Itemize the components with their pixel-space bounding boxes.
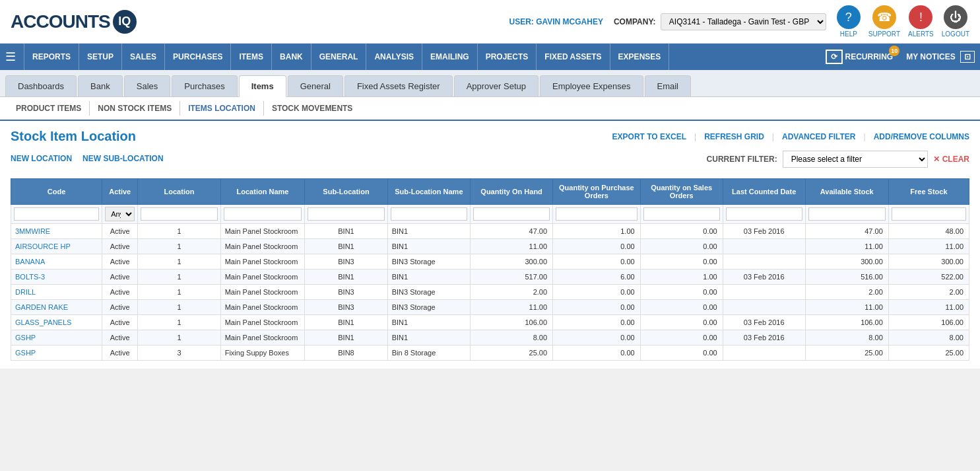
logo: ACCOUNTS IQ — [11, 10, 137, 34]
item-link[interactable]: BANANA — [15, 258, 45, 266]
item-link[interactable]: DRILL — [15, 288, 36, 296]
new-sub-location-button[interactable]: NEW SUB-LOCATION — [82, 154, 163, 163]
nav-setup[interactable]: SETUP — [79, 44, 122, 70]
recurring-button[interactable]: ⟳ RECURRING 10 — [820, 47, 899, 67]
refresh-grid-button[interactable]: REFRESH GRID — [704, 132, 764, 141]
cell-qty-purchase: 0.00 — [553, 239, 641, 254]
filter-location-name-input[interactable] — [224, 207, 302, 221]
content-area: Stock Item Location EXPORT TO EXCEL | RE… — [0, 121, 980, 369]
tab-email[interactable]: Email — [645, 75, 692, 96]
cell-qty-sales: 0.00 — [640, 254, 723, 270]
filter-location-input[interactable] — [141, 207, 217, 221]
item-link[interactable]: GSHP — [15, 349, 36, 357]
filter-free-stock-input[interactable] — [892, 207, 966, 221]
tab-purchases[interactable]: Purchases — [172, 75, 237, 96]
clear-filter-button[interactable]: ✕ CLEAR — [933, 155, 969, 164]
cell-qty-hand: 11.00 — [471, 300, 553, 315]
cell-available: 25.00 — [805, 345, 888, 361]
cell-qty-purchase: 0.00 — [553, 315, 641, 330]
nav-bank[interactable]: BANK — [272, 44, 311, 70]
help-button[interactable]: ? HELP — [837, 5, 861, 38]
nav-purchases[interactable]: PURCHASES — [165, 44, 231, 70]
company-label: COMPANY: — [614, 17, 656, 26]
item-link[interactable]: AIRSOURCE HP — [15, 242, 71, 250]
cell-free: 106.00 — [888, 315, 969, 330]
nav-items[interactable]: ITEMS — [231, 44, 272, 70]
nav-fixed-assets[interactable]: FIXED ASSETS — [537, 44, 610, 70]
alerts-icon: ! — [909, 5, 932, 29]
col-free-stock: Free Stock — [888, 179, 969, 205]
nav-emailing[interactable]: EMAILING — [422, 44, 478, 70]
filter-sub-location-name-input[interactable] — [391, 207, 467, 221]
hamburger-icon[interactable]: ☰ — [5, 50, 16, 64]
support-button[interactable]: ☎ SUPPORT — [868, 5, 900, 38]
advanced-filter-button[interactable]: ADVANCED FILTER — [782, 132, 856, 141]
cell-location-name: Main Panel Stockroom — [220, 285, 305, 300]
my-notices-button[interactable]: MY NOTICES ⊡ — [906, 52, 975, 61]
support-icon: ☎ — [872, 5, 896, 29]
company-select[interactable]: AIQ3141 - Talladega - Gavin Test - GBP — [661, 13, 826, 30]
logout-label: LOGOUT — [942, 30, 969, 38]
cell-location: 1 — [138, 224, 220, 239]
cell-sub-location: BIN1 — [305, 315, 387, 330]
filter-qty-sales-input[interactable] — [643, 207, 720, 221]
tab-items[interactable]: Items — [239, 75, 286, 97]
cell-free: 300.00 — [888, 254, 969, 270]
cell-sub-location-name: BIN1 — [387, 239, 470, 254]
subtab-non-stock-items[interactable]: NON STOCK ITEMS — [90, 101, 180, 116]
clear-icon: ✕ — [933, 155, 940, 164]
tab-dashboards[interactable]: Dashboards — [5, 75, 77, 96]
cell-last-counted — [723, 254, 805, 270]
tab-sales[interactable]: Sales — [124, 75, 171, 96]
item-link[interactable]: GSHP — [15, 334, 36, 342]
item-link[interactable]: BOLTS-3 — [15, 273, 45, 281]
subtab-items-location[interactable]: ITEMS LOCATION — [180, 101, 264, 116]
col-location: Location — [138, 179, 220, 205]
filter-code-input[interactable] — [14, 207, 99, 221]
nav-sales[interactable]: SALES — [122, 44, 165, 70]
item-link[interactable]: GLASS_PANELS — [15, 318, 71, 326]
cell-available: 300.00 — [805, 254, 888, 270]
page-title: Stock Item Location — [11, 129, 136, 144]
tab-fixed-assets-register[interactable]: Fixed Assets Register — [344, 75, 453, 96]
filter-active-select[interactable]: Any Yes No — [105, 207, 135, 221]
subtab-stock-movements[interactable]: STOCK MOVEMENTS — [264, 101, 360, 116]
recurring-badge: 10 — [889, 46, 899, 56]
stock-item-table: Code Active Location Location Name Sub-L… — [11, 178, 969, 361]
tab-employee-expenses[interactable]: Employee Expenses — [540, 75, 643, 96]
export-excel-button[interactable]: EXPORT TO EXCEL — [612, 132, 686, 141]
current-filter-select[interactable]: Please select a filter — [783, 151, 928, 168]
filter-sub-location-input[interactable] — [308, 207, 384, 221]
cell-last-counted — [723, 285, 805, 300]
cell-active: Active — [102, 254, 138, 270]
nav-general[interactable]: GENERAL — [311, 44, 367, 70]
nav-expenses[interactable]: EXPENSES — [610, 44, 670, 70]
cell-last-counted — [723, 345, 805, 361]
cell-location-name: Main Panel Stockroom — [220, 239, 305, 254]
tab-general[interactable]: General — [288, 75, 343, 96]
tab-approver-setup[interactable]: Approver Setup — [454, 75, 539, 96]
nav-reports[interactable]: REPORTS — [24, 44, 79, 70]
filter-last-counted-input[interactable] — [726, 207, 802, 221]
cell-active: Active — [102, 345, 138, 361]
cell-qty-hand: 106.00 — [471, 315, 553, 330]
cell-qty-hand: 11.00 — [471, 239, 553, 254]
cell-qty-purchase: 0.00 — [553, 345, 641, 361]
cell-available: 106.00 — [805, 315, 888, 330]
nav-analysis[interactable]: ANALYSIS — [366, 44, 422, 70]
cell-active: Active — [102, 285, 138, 300]
add-remove-columns-button[interactable]: ADD/REMOVE COLUMNS — [874, 132, 969, 141]
item-link[interactable]: GARDEN RAKE — [15, 303, 68, 311]
cell-location: 1 — [138, 285, 220, 300]
alerts-button[interactable]: ! ALERTS — [908, 5, 934, 38]
subtab-product-items[interactable]: PRODUCT ITEMS — [8, 101, 90, 116]
filter-qty-hand-input[interactable] — [473, 207, 550, 221]
filter-qty-purchase-input[interactable] — [556, 207, 637, 221]
nav-projects[interactable]: PROJECTS — [478, 44, 537, 70]
new-location-button[interactable]: NEW LOCATION — [11, 154, 72, 163]
item-link[interactable]: 3MMWIRE — [15, 227, 50, 235]
tab-bank[interactable]: Bank — [78, 75, 123, 96]
filter-available-input[interactable] — [808, 207, 886, 221]
logout-button[interactable]: ⏻ LOGOUT — [942, 5, 969, 38]
cell-available: 2.00 — [805, 285, 888, 300]
